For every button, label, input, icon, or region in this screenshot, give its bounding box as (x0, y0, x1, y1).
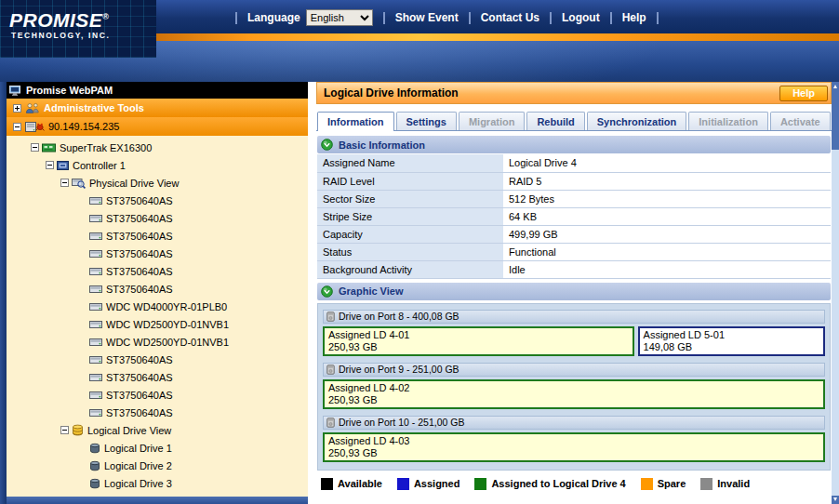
segment-label: Assigned LD 5-01 (644, 329, 819, 341)
collapse-icon[interactable] (60, 426, 69, 434)
tree-item-physical-drive[interactable]: ST3750640AS (7, 245, 308, 262)
expand-icon[interactable] (13, 104, 21, 113)
logo-subtext: TECHNOLOGY, INC. (9, 31, 156, 40)
legend-label: Assigned (414, 478, 460, 489)
admin-tools-icon (25, 102, 40, 113)
info-label: Capacity (317, 225, 503, 243)
nav-separator (550, 12, 552, 24)
tree-item-physical-drive-view[interactable]: Physical Drive View (7, 174, 308, 192)
sidebar-item-host[interactable]: 90.149.154.235 (7, 117, 308, 136)
tree-item-physical-drive[interactable]: WDC WD2500YD-01NVB1 (7, 333, 308, 351)
legend: AvailableAssignedAssigned to Logical Dri… (317, 471, 831, 490)
drive-title: Drive on Port 9 - 251,00 GB (339, 364, 459, 375)
collapse-icon[interactable] (46, 161, 54, 169)
tab-information[interactable]: Information (317, 112, 394, 131)
tree-label: ST3750640AS (105, 354, 173, 365)
info-value: Logical Drive 4 (503, 154, 831, 172)
nav-separator (383, 12, 385, 24)
tree-item-controller[interactable]: Controller 1 (7, 156, 308, 174)
tree-label: ST3750640AS (105, 195, 173, 206)
info-label: Background Activity (317, 260, 503, 278)
sidebar-item-administrative-tools[interactable]: Administrative Tools (7, 99, 308, 117)
tree-item-logical-drive-view[interactable]: Logical Drive View (7, 421, 308, 439)
tree-item-physical-drive[interactable]: ST3750640AS (7, 386, 308, 404)
sidebar-title: Promise WebPAM (26, 85, 113, 96)
info-value: Functional (503, 243, 831, 260)
tree-label: ST3750640AS (105, 213, 173, 224)
section-graphic-view: Graphic View (317, 283, 831, 300)
tree-item-physical-drive[interactable]: ST3750640AS (7, 280, 308, 298)
collapse-icon[interactable] (60, 179, 69, 187)
hard-drive-icon (89, 320, 102, 329)
tab-migration: Migration (459, 112, 526, 130)
hard-drive-icon (89, 285, 102, 294)
segment-size: 250,93 GB (328, 447, 819, 459)
sidebar-header: Promise WebPAM (7, 82, 308, 99)
scrollbar-thumb[interactable] (832, 90, 839, 150)
tree-item-physical-drive[interactable]: ST3750640AS (7, 262, 308, 280)
disk-icon (326, 365, 335, 375)
device-tree: SuperTrak EX16300Controller 1Physical Dr… (7, 136, 308, 492)
legend-item: Spare (641, 478, 686, 490)
drive-segment[interactable]: Assigned LD 4-02250,93 GB (323, 379, 825, 409)
nav-item-help[interactable]: Help (622, 11, 646, 24)
drive-segment[interactable]: Assigned LD 5-01149,08 GB (638, 326, 825, 356)
drive-bar: Drive on Port 9 - 251,00 GBAssigned LD 4… (323, 363, 825, 409)
tab-rebuild[interactable]: Rebuild (526, 112, 584, 130)
tree-item-physical-drive[interactable]: ST3750640AS (7, 227, 308, 245)
hard-drive-icon (89, 408, 102, 418)
tree-item-physical-drive[interactable]: WDC WD2500YD-01NVB1 (7, 315, 308, 333)
segment-size: 149,08 GB (644, 341, 819, 353)
tree-item-physical-drive[interactable]: ST3750640AS (7, 209, 308, 227)
nav-item-show-event[interactable]: Show Event (395, 11, 459, 24)
tree-item-physical-drive[interactable]: ST3750640AS (7, 351, 308, 368)
info-row: Background ActivityIdle (317, 260, 831, 278)
drive-header: Drive on Port 8 - 400,08 GB (323, 310, 825, 324)
tree-item-physical-drive[interactable]: WDC WD4000YR-01PLB0 (7, 298, 308, 315)
content: Promise WebPAM Administrative Tools 90.1… (0, 82, 839, 504)
raid-card-icon (42, 142, 56, 153)
tree-label: Logical Drive View (87, 425, 171, 436)
tree-label: WDC WD2500YD-01NVB1 (105, 337, 229, 348)
tree-item-supertrak[interactable]: SuperTrak EX16300 (7, 139, 308, 156)
collapse-section-icon[interactable] (321, 285, 333, 298)
drive-segment[interactable]: Assigned LD 4-01250,93 GB (323, 326, 634, 356)
vertical-scrollbar[interactable] (832, 82, 839, 504)
promise-logo: PROMISE® TECHNOLOGY, INC. (0, 0, 156, 58)
tree-label: SuperTrak EX16300 (59, 142, 152, 153)
disk-icon (326, 418, 335, 428)
main-panel: Logical Drive Information Help Informati… (316, 82, 832, 504)
legend-swatch (397, 478, 409, 490)
drive-segment[interactable]: Assigned LD 4-03250,93 GB (323, 432, 825, 462)
tree-item-physical-drive[interactable]: ST3750640AS (7, 404, 308, 421)
nav-item-contact-us[interactable]: Contact Us (481, 11, 539, 24)
info-label: Status (317, 243, 503, 260)
collapse-icon[interactable] (31, 143, 39, 152)
collapse-icon[interactable] (13, 123, 21, 131)
horizontal-scrollbar[interactable] (7, 497, 308, 504)
scroll-up-icon[interactable] (832, 82, 839, 90)
scroll-down-icon[interactable] (832, 496, 839, 504)
tree-item-physical-drive[interactable]: ST3750640AS (7, 192, 308, 209)
tree-item-logical-drive[interactable]: Logical Drive 2 (7, 457, 308, 474)
collapse-section-icon[interactable] (321, 139, 333, 151)
tree-item-logical-drive[interactable]: Logical Drive 3 (7, 474, 308, 492)
webpam-icon (9, 86, 21, 96)
language-select[interactable]: English (306, 9, 373, 26)
tree-label: ST3750640AS (105, 266, 173, 277)
tab-synchronization[interactable]: Synchronization (587, 112, 687, 130)
tree-item-physical-drive[interactable]: ST3750640AS (7, 368, 308, 386)
drive-segments: Assigned LD 4-01250,93 GBAssigned LD 5-0… (323, 326, 825, 356)
tab-settings[interactable]: Settings (396, 112, 457, 130)
help-button[interactable]: Help (779, 86, 828, 101)
segment-size: 250,93 GB (328, 394, 819, 406)
legend-item: Assigned (397, 478, 460, 490)
tree-item-logical-drive[interactable]: Logical Drive 1 (7, 439, 308, 457)
nav-item-logout[interactable]: Logout (562, 11, 600, 24)
nav-items: Show EventContact UsLogoutHelp (373, 11, 669, 24)
top-nav: Language English Show EventContact UsLog… (225, 8, 669, 27)
language-label: Language (247, 11, 300, 24)
info-row: Sector Size512 Bytes (317, 190, 831, 207)
nav-separator (657, 12, 659, 24)
disk-icon (89, 443, 100, 454)
